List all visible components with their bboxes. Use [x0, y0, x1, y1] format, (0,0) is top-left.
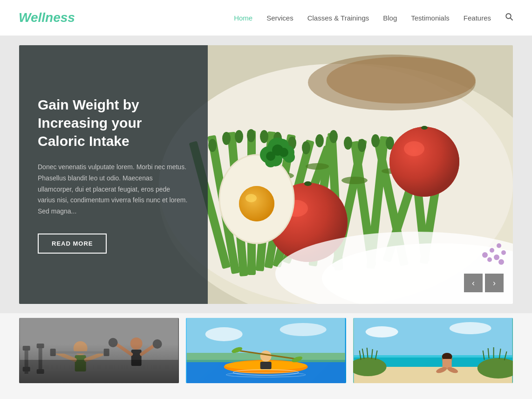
svg-point-24 — [235, 130, 243, 143]
svg-point-70 — [487, 257, 492, 262]
svg-rect-91 — [104, 349, 109, 356]
svg-point-92 — [130, 337, 143, 350]
svg-point-0 — [506, 14, 511, 19]
svg-point-107 — [260, 351, 272, 362]
svg-line-1 — [511, 18, 513, 20]
svg-rect-90 — [50, 349, 56, 356]
hero-section: Gain Weight by Increasing your Caloric I… — [0, 36, 532, 313]
svg-point-25 — [247, 129, 255, 142]
site-header: Wellness Home Services Classes & Trainin… — [0, 0, 532, 36]
svg-point-71 — [494, 255, 499, 260]
svg-point-54 — [239, 186, 274, 221]
svg-rect-86 — [75, 355, 86, 371]
slider-next-button[interactable]: › — [485, 274, 504, 292]
nav-classes[interactable]: Classes & Trainings — [307, 14, 369, 22]
beach-image — [353, 318, 513, 383]
svg-point-33 — [358, 139, 366, 152]
cards-section — [0, 313, 532, 392]
slider: Gain Weight by Increasing your Caloric I… — [19, 45, 513, 304]
card-gym[interactable] — [19, 318, 179, 383]
svg-point-115 — [365, 326, 398, 337]
svg-point-29 — [302, 141, 310, 154]
svg-point-40 — [306, 163, 329, 170]
search-icon — [505, 13, 513, 21]
svg-rect-83 — [37, 344, 44, 348]
svg-rect-80 — [23, 346, 30, 351]
svg-point-116 — [449, 322, 491, 334]
svg-line-94 — [116, 344, 131, 354]
svg-rect-108 — [260, 362, 272, 369]
svg-line-88 — [86, 354, 102, 360]
nav-blog[interactable]: Blog — [383, 14, 397, 22]
svg-line-87 — [57, 353, 75, 360]
svg-point-31 — [329, 130, 338, 143]
svg-point-48 — [389, 127, 459, 197]
svg-point-22 — [208, 139, 217, 152]
search-button[interactable] — [505, 13, 513, 23]
slider-nav: ‹ › — [464, 274, 504, 292]
slide-title: Gain Weight by Increasing your Caloric I… — [38, 96, 189, 150]
svg-point-50 — [421, 126, 428, 130]
svg-point-26 — [260, 130, 268, 143]
svg-point-55 — [246, 194, 257, 202]
svg-point-46 — [304, 181, 312, 186]
svg-point-41 — [341, 177, 368, 184]
svg-point-68 — [482, 252, 488, 258]
card-kayak[interactable] — [186, 318, 346, 383]
nav-features[interactable]: Features — [464, 14, 491, 22]
cards-row — [19, 318, 513, 383]
svg-line-95 — [142, 345, 155, 354]
svg-point-65 — [279, 148, 288, 157]
svg-point-73 — [501, 250, 506, 255]
svg-point-72 — [497, 243, 501, 248]
svg-point-104 — [280, 323, 327, 336]
svg-point-85 — [74, 341, 88, 355]
svg-point-76 — [327, 57, 476, 103]
slide-content: Gain Weight by Increasing your Caloric I… — [19, 45, 208, 304]
svg-rect-82 — [39, 344, 42, 374]
svg-rect-84 — [37, 369, 44, 374]
svg-point-96 — [109, 338, 118, 347]
svg-point-32 — [344, 137, 352, 150]
site-logo: Wellness — [19, 10, 75, 25]
svg-point-74 — [498, 259, 504, 265]
svg-point-23 — [222, 132, 231, 145]
svg-rect-81 — [23, 367, 30, 371]
kayak-image — [186, 318, 346, 383]
svg-point-49 — [404, 141, 424, 156]
slide-description: Donec venenatis vulputate lorem. Morbi n… — [38, 162, 189, 217]
svg-rect-78 — [20, 318, 178, 383]
read-more-button[interactable]: READ MORE — [38, 234, 107, 254]
card-beach[interactable] — [353, 318, 513, 383]
nav-services[interactable]: Services — [266, 14, 293, 22]
svg-rect-79 — [25, 346, 28, 374]
svg-point-69 — [490, 248, 494, 253]
svg-rect-93 — [131, 350, 142, 366]
svg-point-64 — [266, 151, 275, 161]
svg-point-34 — [371, 134, 380, 147]
nav-home[interactable]: Home — [234, 14, 252, 22]
svg-point-103 — [205, 327, 243, 341]
svg-point-30 — [315, 134, 324, 147]
gym-image — [19, 318, 179, 383]
slider-prev-button[interactable]: ‹ — [464, 274, 483, 292]
svg-rect-98 — [20, 360, 178, 383]
nav-testimonials[interactable]: Testimonials — [411, 14, 450, 22]
svg-point-97 — [153, 339, 162, 349]
main-nav: Home Services Classes & Trainings Blog T… — [234, 13, 513, 23]
